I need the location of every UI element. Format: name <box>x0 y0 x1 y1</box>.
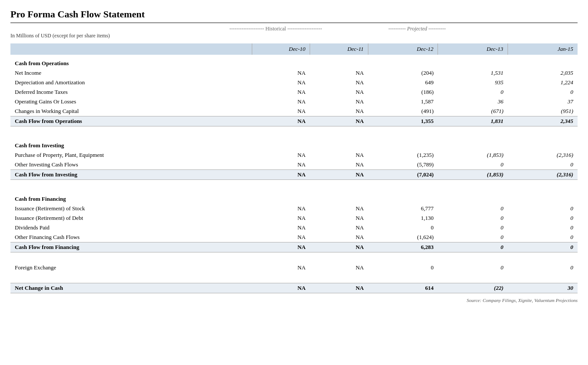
data-row: Purchase of Property, Plant, EquipmentNA… <box>10 150 578 160</box>
dec11-val: NA <box>310 242 368 252</box>
dec11-val: NA <box>310 87 368 97</box>
dec10-val: NA <box>252 106 310 116</box>
section-header-row: Cash from Financing <box>10 190 578 204</box>
dec13-val: (671) <box>438 106 508 116</box>
dec11-val: NA <box>310 97 368 106</box>
dec10-val: NA <box>252 213 310 223</box>
data-row: Dividends PaidNANA000 <box>10 223 578 232</box>
jan15-val: (951) <box>508 106 578 116</box>
row-label: Cash Flow from Financing <box>10 242 252 252</box>
dec12-val: 1,130 <box>368 213 438 223</box>
dec13-val: (22) <box>438 283 508 293</box>
jan15-val: 0 <box>508 232 578 242</box>
subtotal-row: Cash Flow from OperationsNANA1,3551,8312… <box>10 116 578 126</box>
jan15-val: 2,345 <box>508 116 578 126</box>
dec12-val: 1,355 <box>368 116 438 126</box>
jan15-val: 0 <box>508 242 578 252</box>
source-note: Source: Company Filings, Xignite, Valuen… <box>10 298 578 303</box>
row-label: Depreciation and Amortization <box>10 78 252 87</box>
row-label: Foreign Exchange <box>10 263 252 272</box>
dec11-val: NA <box>310 213 368 223</box>
row-label: Deferred Income Taxes <box>10 87 252 97</box>
dec10-val: NA <box>252 170 310 180</box>
dec12-val: (7,024) <box>368 170 438 180</box>
section-header-label: Cash from Investing <box>10 137 578 150</box>
jan15-val: 30 <box>508 283 578 293</box>
dec10-val: NA <box>252 116 310 126</box>
dec10-val: NA <box>252 68 310 78</box>
dec10-val: NA <box>252 97 310 106</box>
dec13-val: (1,853) <box>438 150 508 160</box>
data-row: Other Investing Cash FlowsNANA(5,789)00 <box>10 160 578 170</box>
dec13-val: 0 <box>438 223 508 232</box>
col-dec13: Dec-13 <box>438 43 508 55</box>
dec12-val: 6,777 <box>368 204 438 213</box>
dec11-val: NA <box>310 150 368 160</box>
dec10-val: NA <box>252 204 310 213</box>
dec13-val: 1,831 <box>438 116 508 126</box>
dec13-val: 0 <box>438 204 508 213</box>
dec11-val: NA <box>310 204 368 213</box>
subtotal-row: Cash Flow from InvestingNANA(7,024)(1,85… <box>10 170 578 180</box>
dec10-val: NA <box>252 87 310 97</box>
dec11-val: NA <box>310 283 368 293</box>
col-label <box>10 43 252 55</box>
data-row: Changes in Working CapitalNANA(491)(671)… <box>10 106 578 116</box>
row-label: Changes in Working Capital <box>10 106 252 116</box>
dec13-val: 0 <box>438 213 508 223</box>
dec12-val: (491) <box>368 106 438 116</box>
historical-period-label: -------------------- Historical --------… <box>191 26 361 32</box>
dec11-val: NA <box>310 78 368 87</box>
jan15-val: 0 <box>508 223 578 232</box>
data-row: Operating Gains Or LossesNANA1,5873637 <box>10 97 578 106</box>
section-header-label: Cash from Financing <box>10 190 578 204</box>
dec12-val: 0 <box>368 263 438 272</box>
spacer-row <box>10 252 578 263</box>
subtitle: In Millions of USD (except for per share… <box>10 33 578 39</box>
title-divider <box>10 23 578 23</box>
row-label: Dividends Paid <box>10 223 252 232</box>
row-label: Net Change in Cash <box>10 283 252 293</box>
row-label: Issuance (Retirement) of Stock <box>10 204 252 213</box>
dec13-val: 0 <box>438 232 508 242</box>
data-row: Issuance (Retirement) of StockNANA6,7770… <box>10 204 578 213</box>
col-jan15: Jan-15 <box>508 43 578 55</box>
dec10-val: NA <box>252 78 310 87</box>
jan15-val: 0 <box>508 213 578 223</box>
jan15-val: (2,316) <box>508 150 578 160</box>
cash-flow-table: Dec-10 Dec-11 Dec-12 Dec-13 Jan-15 Cash … <box>10 43 578 293</box>
page-title: Pro Forma Cash Flow Statement <box>10 9 578 20</box>
row-label: Net Income <box>10 68 252 78</box>
dec11-val: NA <box>310 223 368 232</box>
data-row: Depreciation and AmortizationNANA6499351… <box>10 78 578 87</box>
table-body: Cash from OperationsNet IncomeNANA(204)1… <box>10 55 578 293</box>
spacer-row <box>10 180 578 191</box>
dec11-val: NA <box>310 232 368 242</box>
dec10-val: NA <box>252 263 310 272</box>
dec12-val: 614 <box>368 283 438 293</box>
spacer-row <box>10 126 578 137</box>
dec12-val: 1,587 <box>368 97 438 106</box>
jan15-val: 0 <box>508 204 578 213</box>
dec11-val: NA <box>310 160 368 170</box>
jan15-val: 1,224 <box>508 78 578 87</box>
row-label: Purchase of Property, Plant, Equipment <box>10 150 252 160</box>
dec11-val: NA <box>310 263 368 272</box>
data-row: Net IncomeNANA(204)1,5312,035 <box>10 68 578 78</box>
dec13-val: 1,531 <box>438 68 508 78</box>
dec12-val: (5,789) <box>368 160 438 170</box>
row-label: Issuance (Retirement) of Debt <box>10 213 252 223</box>
subtotal-row: Net Change in CashNANA614(22)30 <box>10 283 578 293</box>
dec10-val: NA <box>252 223 310 232</box>
row-label: Operating Gains Or Losses <box>10 97 252 106</box>
data-row: Other Financing Cash FlowsNANA(1,624)00 <box>10 232 578 242</box>
dec12-val: (186) <box>368 87 438 97</box>
dec10-val: NA <box>252 232 310 242</box>
col-dec10: Dec-10 <box>252 43 310 55</box>
section-header-row: Cash from Investing <box>10 137 578 150</box>
dec13-val: 0 <box>438 242 508 252</box>
jan15-val: 0 <box>508 263 578 272</box>
dec12-val: 0 <box>368 223 438 232</box>
section-header-label: Cash from Operations <box>10 55 578 68</box>
dec12-val: 649 <box>368 78 438 87</box>
